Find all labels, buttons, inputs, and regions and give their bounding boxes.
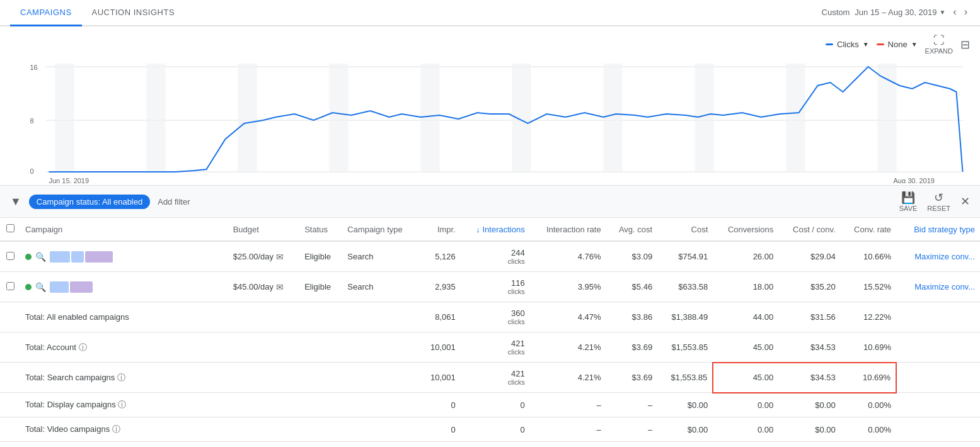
total3-interactions-val: 421 (511, 369, 525, 378)
total1-label: Total: All enabled campaigns (20, 302, 419, 332)
total2-cost: $1,553.85 (657, 332, 713, 363)
row1-interaction-rate: 4.76% (530, 241, 606, 272)
table-row: 🔍 $45.00/day ✉ Eligible Search 2,93 (0, 272, 980, 302)
metric2-label: None (888, 40, 908, 49)
total6-bid-empty (896, 442, 980, 448)
row1-search-button[interactable]: 🔍 (35, 252, 46, 262)
total2-interactions-unit: clicks (466, 348, 525, 356)
row2-bid-link[interactable]: Maximize conv... (914, 282, 975, 291)
total5-label: Total: Video campaigns ⓘ (20, 417, 419, 442)
row1-cost-conv: $29.04 (778, 241, 841, 272)
row1-status: Eligible (299, 241, 342, 272)
campaigns-table: Campaign Budget Status Campaign type Imp… (0, 218, 980, 447)
total4-bid-empty (896, 393, 980, 417)
col-header-cost[interactable]: Cost (657, 218, 713, 241)
table-wrapper: Campaign Budget Status Campaign type Imp… (0, 218, 980, 447)
row1-bid-link[interactable]: Maximize conv... (914, 252, 975, 261)
chart-svg-wrapper: 16 8 0 Jun 15, 2019 Aug 30, 2019 (0, 57, 980, 185)
total4-conversions: 0.00 (713, 393, 778, 417)
total1-conv-rate: 12.22% (841, 302, 896, 332)
total-video-row: Total: Video campaigns ⓘ 0 0 – – $0.00 0… (0, 417, 980, 442)
tabs-bar: CAMPAIGNS AUCTION INSIGHTS Custom Jun 15… (0, 0, 980, 26)
prev-date-button[interactable]: ‹ (950, 4, 959, 20)
total-display-row: Total: Display campaigns ⓘ 0 0 – – $0.00… (0, 393, 980, 417)
total1-conversions: 44.00 (713, 302, 778, 332)
total4-interactions: 0 (461, 393, 530, 417)
row1-cost: $754.91 (657, 241, 713, 272)
total3-bid-empty (896, 363, 980, 393)
total3-interactions: 421 clicks (461, 363, 530, 393)
total4-cost-conv: $0.00 (778, 393, 841, 417)
row2-budget-value: $45.00/day (233, 282, 274, 291)
reset-button[interactable]: ↺ (934, 191, 943, 205)
total3-impr: 10,001 (419, 363, 461, 393)
row1-bar2 (71, 251, 84, 263)
expand-button[interactable]: ⛶ EXPAND (925, 34, 953, 55)
row2-search-button[interactable]: 🔍 (35, 282, 46, 292)
col-header-conv-rate[interactable]: Conv. rate (841, 218, 896, 241)
total5-cost: $0.00 (657, 417, 713, 442)
select-all-checkbox[interactable] (6, 224, 14, 232)
row2-cost: $633.58 (657, 272, 713, 302)
y-label-8: 8 (30, 117, 34, 125)
chart-settings-button[interactable]: ⊟ (960, 38, 970, 52)
col-header-interaction-rate[interactable]: Interaction rate (530, 218, 606, 241)
total3-interaction-rate: 4.21% (530, 363, 606, 393)
total1-avg-cost: $3.86 (606, 302, 658, 332)
chart-line-clicks (49, 67, 963, 172)
row1-budget: $25.00/day ✉ (228, 241, 299, 272)
row2-checkbox-cell (0, 272, 20, 302)
metric1-label: Clicks (837, 40, 859, 49)
total5-impr: 0 (419, 417, 461, 442)
col-header-conversions[interactable]: Conversions (713, 218, 778, 241)
col-header-interactions[interactable]: ↓ Interactions (461, 218, 530, 241)
date-nav-arrows: ‹ › (950, 4, 970, 20)
table-row: 🔍 $25.00/day ✉ Eligible Sear (0, 241, 980, 272)
save-button[interactable]: 💾 (901, 191, 915, 205)
col-header-avg-cost[interactable]: Avg. cost (606, 218, 658, 241)
date-range-button[interactable]: Jun 15 – Aug 30, 2019 ▼ (855, 8, 945, 17)
col-header-campaign[interactable]: Campaign (20, 218, 228, 241)
next-date-button[interactable]: › (962, 4, 970, 20)
select-all-header (0, 218, 20, 241)
row2-interactions-unit: clicks (466, 288, 525, 295)
metric1-button[interactable]: Clicks ▼ (826, 40, 869, 49)
col-header-budget[interactable]: Budget (228, 218, 299, 241)
total4-interaction-rate: – (530, 393, 606, 417)
svg-rect-7 (421, 64, 440, 172)
total1-interactions-val: 360 (511, 308, 525, 318)
filter-chip-campaign-status[interactable]: Campaign status: All enabled (29, 195, 150, 209)
total5-interaction-rate: – (530, 417, 606, 442)
col-header-bid-strategy[interactable]: Bid strategy type (896, 218, 980, 241)
y-label-0: 0 (30, 167, 34, 175)
total6-interaction-rate: – (530, 442, 606, 448)
close-filter-button[interactable]: ✕ (960, 195, 970, 208)
col-header-cost-conv[interactable]: Cost / conv. (778, 218, 841, 241)
total6-cost-conv: $0.00 (778, 442, 841, 448)
col-header-status[interactable]: Status (299, 218, 342, 241)
svg-rect-6 (330, 64, 349, 172)
tab-auction-insights[interactable]: AUCTION INSIGHTS (82, 0, 185, 26)
tab-campaigns[interactable]: CAMPAIGNS (10, 0, 82, 26)
total-account-row: Total: Account ⓘ 10,001 421 clicks 4.21%… (0, 332, 980, 363)
total6-cost: $0.00 (657, 442, 713, 448)
total6-conversions: 0.00 (713, 442, 778, 448)
row1-checkbox[interactable] (6, 252, 14, 260)
total2-interaction-rate: 4.21% (530, 332, 606, 363)
row1-conversions: 26.00 (713, 241, 778, 272)
add-filter-button[interactable]: Add filter (158, 197, 190, 207)
row2-checkbox[interactable] (6, 282, 14, 290)
row1-impr: 5,126 (419, 241, 461, 272)
filter-bar: ▼ Campaign status: All enabled Add filte… (0, 186, 980, 218)
col-header-impr[interactable]: Impr. (419, 218, 461, 241)
total4-avg-cost: – (606, 393, 658, 417)
total-all-enabled-row: Total: All enabled campaigns 8,061 360 c… (0, 302, 980, 332)
total1-empty1 (0, 302, 20, 332)
row2-interactions: 116 clicks (461, 272, 530, 302)
row2-status-dot (25, 284, 32, 290)
total3-cost-conv: $34.53 (778, 363, 841, 393)
chart-container: Clicks ▼ None ▼ ⛶ EXPAND ⊟ 16 8 0 (0, 26, 980, 186)
metric2-button[interactable]: None ▼ (877, 40, 918, 49)
col-header-campaign-type[interactable]: Campaign type (342, 218, 419, 241)
row1-checkbox-cell (0, 241, 20, 272)
